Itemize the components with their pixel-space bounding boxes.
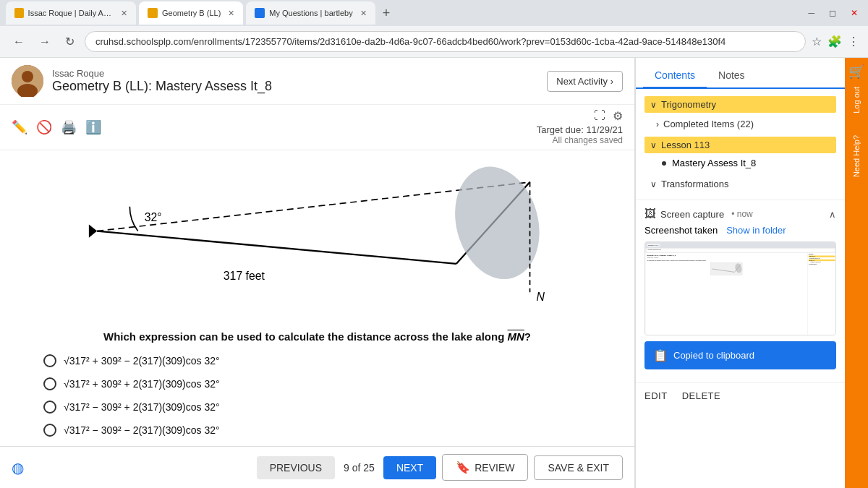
screenshot-inner: Geometry B (LL) cruhsd.schoolsplp.com Ge… [645,242,835,335]
question-body-text: Which expression can be used to calculat… [103,330,508,343]
answer-choices: √317² + 309² − 2(317)(309)cos 32° √317² … [14,354,620,437]
tab-close-1[interactable]: ✕ [121,9,127,18]
bookmark-icon: 🔖 [456,461,470,474]
tab-favicon-3 [255,8,265,18]
course-title-area: Issac Roque Geometry B (LL): Mastery Ass… [52,68,538,94]
back-button[interactable]: ← [9,34,29,50]
completed-items-header[interactable]: › Completed Items (22) [644,114,836,134]
answer-choice-c[interactable]: √317² − 309² + 2(317)(309)cos 32° [43,401,591,414]
answer-text-d: √317² − 309² − 2(317)(309)cos 32° [64,424,220,436]
trigonometry-header[interactable]: ∨ Trigonometry [644,96,836,113]
answer-choice-d[interactable]: √317² − 309² − 2(317)(309)cos 32° [43,424,591,437]
show-in-folder-link[interactable]: Show in folder [726,225,786,236]
radio-b[interactable] [43,377,56,390]
edit-delete-bar: EDIT DELETE [636,382,845,408]
expand-icon[interactable]: ⛶ [594,109,605,123]
previous-button[interactable]: PREVIOUS [257,456,335,479]
radio-c[interactable] [43,401,56,414]
tab-close-3[interactable]: ✕ [360,9,367,18]
clipboard-banner: 📋 Copied to clipboard [644,341,836,369]
delete-button[interactable]: DELETE [682,390,721,401]
save-exit-button[interactable]: SAVE & EXIT [534,455,623,480]
answer-text-c: √317² − 309² + 2(317)(309)cos 32° [64,401,220,413]
tab-daily-activity[interactable]: Issac Roque | Daily Activity ✕ [6,1,136,25]
capture-chevron-icon[interactable]: ∧ [829,209,836,220]
tab-label-2: Geometry B (LL) [162,9,221,17]
all-changes-saved: All changes saved [537,135,623,145]
screen-capture-section: 🖼 Screen capture • now ∧ Screenshot take… [636,200,845,382]
mastery-assess-item[interactable]: Mastery Assess It_8 [644,155,836,171]
mastery-label: Mastery Assess It_8 [672,158,756,168]
tab-notes[interactable]: Notes [707,64,757,89]
clipboard-icon: 📋 [653,348,668,362]
question-total: 25 [363,462,375,474]
pencil-icon[interactable]: ✏️ [12,119,27,135]
close-button[interactable]: ✕ [846,7,862,20]
course-name: Geometry B (LL): Mastery Assess It_8 [52,79,538,94]
log-out-label[interactable]: Log out [852,87,861,114]
bullet-icon [662,161,666,166]
radio-d[interactable] [43,424,56,437]
tab-favicon-2 [148,8,158,18]
print-icon[interactable]: 🖨️ [61,119,77,135]
transformations-header[interactable]: ∨ Transformations [644,174,836,194]
sidebar-content: ∨ Trigonometry › Completed Items (22) ∨ … [636,89,845,488]
svg-marker-8 [88,225,96,238]
svg-line-3 [97,231,456,264]
tab-geometry[interactable]: Geometry B (LL) ✕ [139,1,243,25]
forward-button[interactable]: → [35,34,55,50]
distance-label: 317 feet [223,270,265,282]
minimize-button[interactable]: ─ [804,7,819,20]
far-right-bar: 🛒 Log out Need Help? [845,58,868,488]
next-activity-button[interactable]: Next Activity › [547,71,623,92]
menu-icon[interactable]: ⋮ [848,35,859,48]
tab-label-3: My Questions | bartleby [269,9,352,17]
lesson-113-header[interactable]: ∨ Lesson 113 [644,137,836,153]
need-help-label[interactable]: Need Help? [852,135,861,177]
url-input[interactable] [85,31,806,52]
screenshot-preview: Geometry B (LL) cruhsd.schoolsplp.com Ge… [644,241,836,335]
extension-icon[interactable]: 🧩 [827,35,842,48]
maximize-button[interactable]: ◻ [825,7,841,20]
svg-point-1 [22,71,33,82]
history-icon[interactable]: ◍ [12,459,24,476]
question-number: 9 [344,462,349,474]
bookmark-star-icon[interactable]: ☆ [812,35,822,48]
question-area: 32° 317 feet N Which expression can be u… [0,150,634,446]
course-header: Issac Roque Geometry B (LL): Mastery Ass… [0,58,634,105]
window-controls: ─ ◻ ✕ [804,7,862,20]
chevron-down-icon-3: ∨ [650,179,657,189]
review-button[interactable]: 🔖 REVIEW [442,454,528,481]
review-label: REVIEW [475,462,514,474]
page-info: 9 of 25 [341,462,378,474]
capture-actions: Screenshot taken Show in folder [644,225,836,236]
address-bar: ← → ↻ ☆ 🧩 ⋮ [0,26,868,58]
screenshot-taken-label: Screenshot taken [644,225,718,236]
target-due: Target due: 11/29/21 [537,124,623,135]
chevron-down-icon: ∨ [650,100,657,110]
next-button[interactable]: NEXT [383,456,436,479]
geometry-diagram: 32° 317 feet N [64,158,571,321]
info-icon[interactable]: ℹ️ [85,119,101,135]
reload-button[interactable]: ↻ [61,33,79,50]
toolbar: ✏️ 🚫 🖨️ ℹ️ ⛶ ⚙ Target due: 11/29/21 All … [0,105,634,150]
tab-contents[interactable]: Contents [643,64,707,89]
answer-choice-a[interactable]: √317² + 309² − 2(317)(309)cos 32° [43,354,591,367]
answer-text-a: √317² + 309² − 2(317)(309)cos 32° [64,355,220,367]
student-name: Issac Roque [52,68,538,79]
tab-close-2[interactable]: ✕ [228,9,234,18]
toolbar-right: ⛶ ⚙ Target due: 11/29/21 All changes sav… [537,109,623,145]
sidebar-tabs: Contents Notes [636,58,845,89]
chevron-down-icon-2: ∨ [650,140,657,150]
answer-choice-b[interactable]: √317² + 309² + 2(317)(309)cos 32° [43,377,591,390]
trigonometry-label: Trigonometry [661,99,716,110]
answer-text-b: √317² + 309² + 2(317)(309)cos 32° [64,378,220,390]
edit-button[interactable]: EDIT [644,390,668,401]
new-tab-button[interactable]: + [378,6,395,21]
settings-icon[interactable]: ⚙ [613,109,623,123]
ban-icon[interactable]: 🚫 [36,119,52,135]
cart-icon[interactable]: 🛒 [848,64,864,80]
tab-bartleby[interactable]: My Questions | bartleby ✕ [246,1,375,25]
radio-a[interactable] [43,354,56,367]
tab-favicon-1 [14,8,24,18]
